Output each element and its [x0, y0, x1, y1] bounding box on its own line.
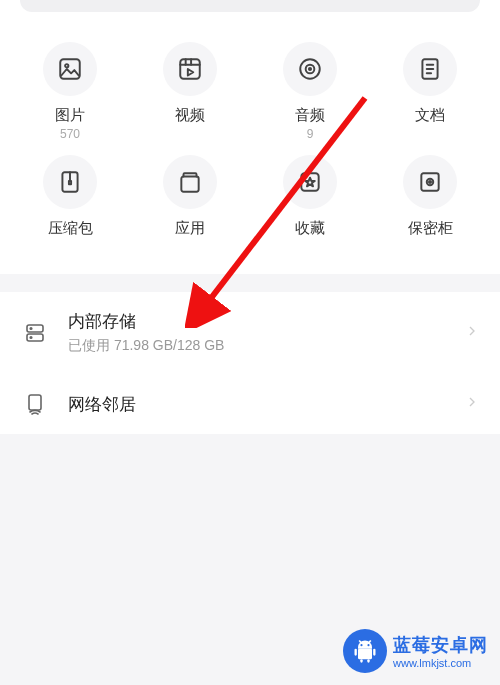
row-text: 网络邻居: [68, 393, 464, 416]
picture-icon: [43, 42, 97, 96]
watermark-title: 蓝莓安卓网: [393, 633, 488, 657]
android-icon: [343, 629, 387, 673]
watermark: 蓝莓安卓网 www.lmkjst.com: [343, 629, 488, 673]
categories-section: 图片 570 视频 音频 9 文档: [0, 0, 500, 274]
category-videos[interactable]: 视频: [130, 42, 250, 141]
category-label: 音频: [295, 106, 325, 125]
storage-title: 内部存储: [68, 310, 464, 333]
search-bar[interactable]: [20, 0, 480, 12]
svg-marker-19: [305, 178, 315, 187]
svg-rect-0: [60, 59, 80, 79]
category-audio[interactable]: 音频 9: [250, 42, 370, 141]
category-grid: 图片 570 视频 音频 9 文档: [0, 24, 500, 254]
star-icon: [283, 155, 337, 209]
safe-icon: [403, 155, 457, 209]
category-documents[interactable]: 文档: [370, 42, 490, 141]
svg-point-9: [309, 68, 311, 70]
row-text: 内部存储 已使用 71.98 GB/128 GB: [68, 310, 464, 355]
chevron-right-icon: [464, 323, 480, 343]
svg-point-25: [30, 327, 32, 329]
svg-line-31: [359, 641, 361, 643]
category-label: 保密柜: [408, 219, 453, 238]
network-icon: [20, 392, 50, 416]
category-favorites[interactable]: 收藏: [250, 155, 370, 254]
storage-usage: 已使用 71.98 GB/128 GB: [68, 337, 464, 355]
svg-marker-6: [188, 69, 193, 76]
category-count: 570: [60, 127, 80, 141]
document-icon: [403, 42, 457, 96]
category-archives[interactable]: 压缩包: [10, 155, 130, 254]
category-label: 视频: [175, 106, 205, 125]
archive-icon: [43, 155, 97, 209]
svg-rect-34: [355, 649, 357, 656]
svg-rect-35: [373, 649, 375, 656]
svg-rect-27: [29, 395, 41, 410]
chevron-right-icon: [464, 394, 480, 414]
category-label: 图片: [55, 106, 85, 125]
network-title: 网络邻居: [68, 393, 464, 416]
network-neighbors-row[interactable]: 网络邻居: [0, 373, 500, 434]
watermark-text: 蓝莓安卓网 www.lmkjst.com: [393, 633, 488, 669]
svg-rect-16: [69, 181, 71, 184]
storage-icon: [20, 321, 50, 345]
svg-point-26: [30, 336, 32, 338]
svg-rect-33: [358, 649, 372, 660]
svg-point-1: [65, 64, 68, 67]
svg-point-22: [429, 181, 431, 183]
svg-rect-24: [27, 334, 43, 341]
category-apps[interactable]: 应用: [130, 155, 250, 254]
svg-point-29: [360, 644, 362, 646]
svg-rect-36: [360, 659, 362, 663]
apps-icon: [163, 155, 217, 209]
category-safe[interactable]: 保密柜: [370, 155, 490, 254]
storage-list: 内部存储 已使用 71.98 GB/128 GB 网络邻居: [0, 292, 500, 434]
category-label: 文档: [415, 106, 445, 125]
svg-rect-18: [301, 173, 318, 190]
svg-line-32: [369, 641, 371, 643]
category-pictures[interactable]: 图片 570: [10, 42, 130, 141]
video-icon: [163, 42, 217, 96]
svg-rect-2: [180, 59, 200, 79]
svg-rect-37: [367, 659, 369, 663]
category-label: 收藏: [295, 219, 325, 238]
watermark-url: www.lmkjst.com: [393, 657, 488, 669]
category-count: 9: [307, 127, 314, 141]
svg-rect-17: [181, 177, 198, 192]
internal-storage-row[interactable]: 内部存储 已使用 71.98 GB/128 GB: [0, 292, 500, 373]
audio-icon: [283, 42, 337, 96]
svg-rect-23: [27, 325, 43, 332]
category-label: 压缩包: [48, 219, 93, 238]
svg-point-30: [367, 644, 369, 646]
category-label: 应用: [175, 219, 205, 238]
